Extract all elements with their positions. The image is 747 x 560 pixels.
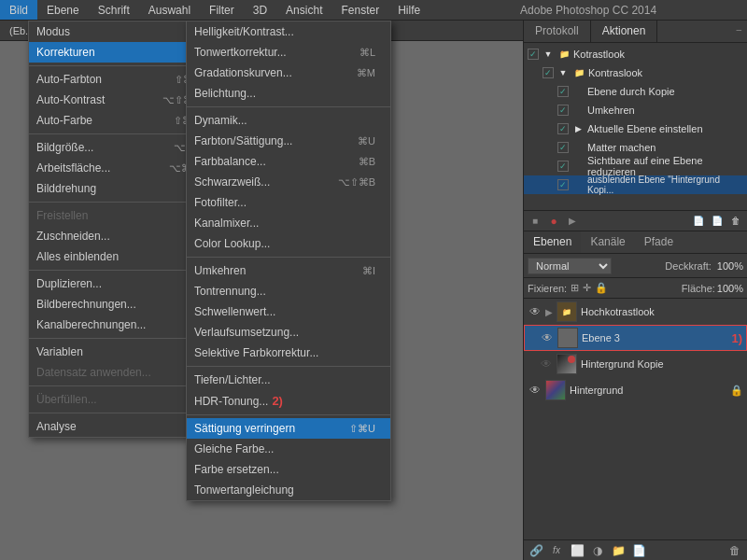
separator xyxy=(187,257,390,258)
opacity-label: Deckkraft: xyxy=(665,260,712,272)
action-row[interactable]: ✓ ▼ 📁 Kontraslook xyxy=(524,63,747,82)
separator xyxy=(187,106,390,107)
action-row[interactable]: ✓ ▼ 📁 Kotrastlook xyxy=(524,45,747,63)
layer-fx-button[interactable]: fx xyxy=(548,542,565,559)
action-checkbox[interactable]: ✓ xyxy=(557,179,569,190)
layer-visibility-icon[interactable]: 👁 xyxy=(540,330,555,345)
korr-kanalmixer[interactable]: Kanalmixer... xyxy=(187,213,390,233)
menubar-item-fenster[interactable]: Fenster xyxy=(331,0,388,20)
layer-mask-button[interactable]: ⬜ xyxy=(569,542,585,559)
layer-thumb xyxy=(545,380,566,400)
action-row[interactable]: ✓ Sichtbare auf eine Ebene reduzieren xyxy=(524,157,747,175)
action-row[interactable]: ✓ ausblenden Ebene "Hintergrund Kopi... xyxy=(524,175,747,194)
layer-adjustment-button[interactable]: ◑ xyxy=(589,542,606,559)
layers-bottom-toolbar: 🔗 fx ⬜ ◑ 📁 📄 🗑 xyxy=(524,539,747,560)
korr-hdr[interactable]: HDR-Tonung... 2) xyxy=(187,390,390,412)
action-toggle-icon: ▼ xyxy=(557,66,570,79)
korr-tiefen[interactable]: Tiefen/Lichter... xyxy=(187,370,390,390)
opacity-value: 100% xyxy=(717,260,743,272)
korr-gleiche-farbe[interactable]: Gleiche Farbe... xyxy=(187,439,390,459)
korr-umkehren[interactable]: Umkehren ⌘I xyxy=(187,260,390,281)
blend-mode-select[interactable]: Normal xyxy=(528,258,612,274)
action-row[interactable]: ✓ Ebene durch Kopie xyxy=(524,82,747,101)
korr-saettigung[interactable]: Sättigung verringern ⇧⌘U xyxy=(187,418,390,439)
folder-icon: 📁 xyxy=(557,48,571,61)
action-checkbox[interactable]: ✓ xyxy=(543,67,554,78)
actions-content: ✓ ▼ 📁 Kotrastlook ✓ ▼ 📁 Kontraslook ✓ Eb… xyxy=(524,43,747,211)
layer-link-button[interactable]: 🔗 xyxy=(528,542,544,559)
fix-move-icon[interactable]: ✛ xyxy=(583,282,591,294)
korr-tonwertangleichung[interactable]: Tonwertangleichung xyxy=(187,480,390,500)
layer-group-button[interactable]: 📁 xyxy=(610,542,627,559)
layer-visibility-icon[interactable]: 👁 xyxy=(539,357,554,371)
korrekturen-submenu: Helligkeit/Kontrast... Tonwertkorrektur.… xyxy=(186,21,391,501)
fix-lock-icon[interactable]: 🔒 xyxy=(595,282,608,294)
korr-dynamik[interactable]: Dynamik... xyxy=(187,110,390,131)
layer-name: Hintergrund xyxy=(570,385,730,396)
play-button[interactable]: ▶ xyxy=(565,214,580,229)
layer-thumb xyxy=(557,354,577,374)
new-action-button[interactable]: 📄 xyxy=(710,214,725,229)
korr-helligkeit[interactable]: Helligkeit/Kontrast... xyxy=(187,21,390,42)
korr-tonwert[interactable]: Tonwertkorrektur... ⌘L xyxy=(187,42,390,63)
menubar-item-bild[interactable]: Bild xyxy=(0,0,37,20)
action-row[interactable]: ✓ ▶ Aktuelle Ebene einstellen xyxy=(524,119,747,138)
korr-selektive[interactable]: Selektive Farbkorrektur... xyxy=(187,343,390,363)
tab-pfade[interactable]: Pfade xyxy=(635,231,683,253)
menubar-item-hilfe[interactable]: Hilfe xyxy=(388,0,430,20)
layer-delete-button[interactable]: 🗑 xyxy=(726,542,743,559)
record-button[interactable]: ● xyxy=(546,214,561,229)
korr-farbe-ersetzen[interactable]: Farbe ersetzen... xyxy=(187,459,390,480)
action-checkbox[interactable]: ✓ xyxy=(557,86,569,97)
layer-expand-icon[interactable]: ▶ xyxy=(545,307,557,317)
layer-ebene3[interactable]: 👁 Ebene 3 1) xyxy=(524,325,747,351)
panel-tab-close[interactable]: – xyxy=(730,21,747,42)
tab-ebenen[interactable]: Ebenen xyxy=(524,231,581,253)
korr-schwellenwert[interactable]: Schwellenwert... xyxy=(187,301,390,322)
layer-hintergrund-kopie[interactable]: 👁 Hintergrund Kopie xyxy=(524,351,747,377)
stop-button[interactable]: ■ xyxy=(528,214,543,229)
menubar-item-ansicht[interactable]: Ansicht xyxy=(276,0,331,20)
layers-list: 👁 ▶ 📁 Hochkotrastlook 👁 Ebene 3 1) 👁 xyxy=(524,299,747,539)
tab-aktionen[interactable]: Aktionen xyxy=(591,21,658,42)
fix-pixel-icon[interactable]: ⊞ xyxy=(571,282,579,294)
tab-kanaele[interactable]: Kanäle xyxy=(581,231,634,253)
korr-gradation[interactable]: Gradationskurven... ⌘M xyxy=(187,63,390,83)
korr-fotofilter[interactable]: Fotofilter... xyxy=(187,192,390,213)
separator xyxy=(187,414,390,415)
korr-colorlookup[interactable]: Color Lookup... xyxy=(187,233,390,254)
menubar-item-ebene[interactable]: Ebene xyxy=(37,0,89,20)
menubar-item-schrift[interactable]: Schrift xyxy=(89,0,139,20)
korr-farbton[interactable]: Farbton/Sättigung... ⌘U xyxy=(187,131,390,151)
delete-button[interactable]: 🗑 xyxy=(728,214,743,229)
layer-name: Hochkotrastlook xyxy=(581,306,743,317)
korr-farbbalance[interactable]: Farbbalance... ⌘B xyxy=(187,151,390,172)
action-row[interactable]: ✓ Matter machen xyxy=(524,138,747,157)
layer-group-hochkotrastlook[interactable]: 👁 ▶ 📁 Hochkotrastlook xyxy=(524,299,747,325)
menubar-item-auswahl[interactable]: Auswahl xyxy=(139,0,200,20)
action-checkbox[interactable]: ✓ xyxy=(528,49,539,60)
new-set-button[interactable]: 📄 xyxy=(691,214,706,229)
layer-new-button[interactable]: 📄 xyxy=(630,542,647,559)
action-checkbox[interactable]: ✓ xyxy=(557,123,569,134)
flaeche-label: Fläche: xyxy=(682,283,715,294)
layer-hintergrund[interactable]: 👁 Hintergrund 🔒 xyxy=(524,377,747,403)
korr-tontrennung[interactable]: Tontrennung... xyxy=(187,281,390,301)
menubar-item-filter[interactable]: Filter xyxy=(200,0,244,20)
korr-belichtung[interactable]: Belichtung... xyxy=(187,83,390,104)
tab-protokoll[interactable]: Protokoll xyxy=(524,21,591,42)
korr-verlauf[interactable]: Verlaufsumsetzung... xyxy=(187,322,390,343)
action-toolbar: ■ ● ▶ 📄 📄 🗑 xyxy=(524,211,747,231)
main-area: (Eb... Modus ▶ Korrekturen ▶ Auto-Farbto… xyxy=(0,21,747,560)
action-checkbox[interactable]: ✓ xyxy=(557,142,569,153)
layer-visibility-icon[interactable]: 👁 xyxy=(528,383,543,398)
layers-blend-toolbar: Normal Deckkraft: 100% xyxy=(524,254,747,278)
layer-name: Ebene 3 xyxy=(582,332,731,343)
korr-schwarzweiss[interactable]: Schwarzweiß... ⌥⇧⌘B xyxy=(187,172,390,192)
action-row[interactable]: ✓ Umkehren xyxy=(524,101,747,119)
action-checkbox[interactable]: ✓ xyxy=(557,161,569,172)
layer-visibility-icon[interactable]: 👁 xyxy=(528,304,543,319)
menubar-item-3d[interactable]: 3D xyxy=(244,0,276,20)
separator xyxy=(187,366,390,367)
action-checkbox[interactable]: ✓ xyxy=(557,105,569,116)
